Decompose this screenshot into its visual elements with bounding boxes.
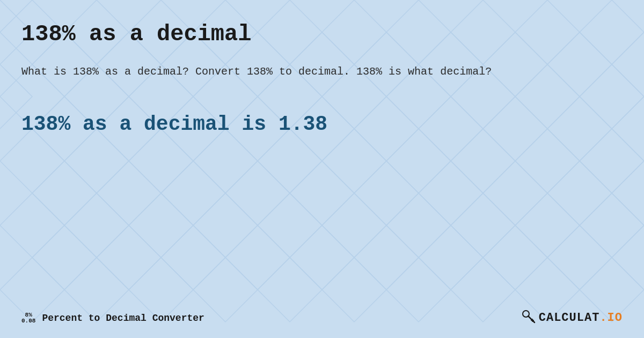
- description-text: What is 138% as a decimal? Convert 138% …: [21, 63, 612, 80]
- calculat-logo[interactable]: CALCULAT.IO: [521, 308, 623, 327]
- decimal-label: 0.08: [21, 318, 35, 324]
- footer: 8% 0.08 Percent to Decimal Converter CAL…: [21, 308, 623, 327]
- footer-label: Percent to Decimal Converter: [42, 313, 204, 324]
- percent-label: 8%: [25, 312, 32, 318]
- logo-text: CALCULAT.IO: [539, 311, 623, 325]
- logo-icon: [521, 308, 536, 327]
- svg-line-94: [528, 316, 535, 322]
- page-title: 138% as a decimal: [21, 21, 623, 47]
- footer-left: 8% 0.08 Percent to Decimal Converter: [21, 312, 204, 324]
- result-section: 138% as a decimal is 1.38: [21, 113, 623, 136]
- main-content: 138% as a decimal What is 138% as a deci…: [0, 0, 644, 338]
- percent-decimal-icon: 8% 0.08: [21, 312, 35, 324]
- result-text: 138% as a decimal is 1.38: [21, 113, 623, 136]
